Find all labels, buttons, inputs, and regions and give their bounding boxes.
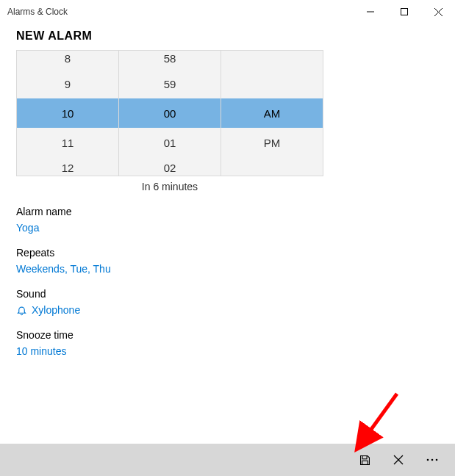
minute-cell[interactable]: 02 — [119, 157, 221, 176]
maximize-button[interactable] — [387, 0, 421, 24]
sound-field[interactable]: Sound Xylophone — [16, 288, 439, 316]
time-hint: In 6 minutes — [16, 181, 323, 192]
sound-label: Sound — [16, 288, 439, 300]
close-window-button[interactable] — [421, 0, 455, 24]
svg-rect-5 — [362, 461, 368, 464]
repeats-value[interactable]: Weekends, Tue, Thu — [16, 263, 439, 275]
minute-cell-selected[interactable]: 00 — [119, 98, 221, 128]
svg-point-8 — [427, 459, 429, 461]
alarm-name-field[interactable]: Alarm name Yoga — [16, 206, 439, 234]
period-cell[interactable] — [221, 69, 323, 98]
svg-rect-1 — [401, 9, 408, 15]
hour-cell-selected[interactable]: 10 — [17, 98, 119, 128]
picker-row[interactable]: 9 59 — [17, 69, 323, 98]
svg-line-11 — [359, 394, 397, 447]
repeats-label: Repeats — [16, 247, 439, 259]
repeats-field[interactable]: Repeats Weekends, Tue, Thu — [16, 247, 439, 275]
period-cell-selected[interactable]: AM — [221, 98, 323, 128]
picker-row[interactable]: 8 58 — [17, 51, 323, 69]
alarm-name-value[interactable]: Yoga — [16, 222, 439, 234]
cancel-button[interactable] — [381, 444, 415, 476]
minute-cell[interactable]: 58 — [119, 51, 221, 69]
hour-cell[interactable]: 9 — [17, 69, 119, 98]
command-bar — [0, 444, 455, 476]
time-picker[interactable]: 8 58 9 59 10 00 AM 11 01 PM 12 02 — [16, 50, 323, 176]
snooze-value[interactable]: 10 minutes — [16, 345, 439, 357]
hour-cell[interactable]: 12 — [17, 157, 119, 176]
picker-row[interactable]: 12 02 — [17, 157, 323, 176]
period-cell[interactable] — [221, 157, 323, 176]
svg-point-9 — [431, 459, 434, 461]
hour-cell[interactable]: 11 — [17, 128, 119, 157]
window-titlebar: Alarms & Clock — [0, 0, 455, 24]
svg-rect-4 — [362, 455, 367, 458]
sound-value-text: Xylophone — [32, 304, 80, 316]
more-button[interactable] — [415, 444, 449, 476]
svg-point-10 — [436, 459, 438, 461]
hour-cell[interactable]: 8 — [17, 51, 119, 69]
period-cell[interactable]: PM — [221, 128, 323, 157]
picker-row-selected[interactable]: 10 00 AM — [17, 98, 323, 128]
alarm-name-label: Alarm name — [16, 206, 439, 217]
bell-icon — [16, 305, 27, 316]
sound-value[interactable]: Xylophone — [16, 304, 439, 316]
page-title: NEW ALARM — [0, 24, 455, 50]
snooze-label: Snooze time — [16, 329, 439, 341]
minute-cell[interactable]: 01 — [119, 128, 221, 157]
picker-row[interactable]: 11 01 PM — [17, 128, 323, 157]
snooze-field[interactable]: Snooze time 10 minutes — [16, 329, 439, 357]
minimize-button[interactable] — [354, 0, 387, 24]
period-cell[interactable] — [221, 51, 323, 69]
window-title: Alarms & Clock — [7, 7, 354, 17]
minute-cell[interactable]: 59 — [119, 69, 221, 98]
save-button[interactable] — [348, 444, 381, 476]
